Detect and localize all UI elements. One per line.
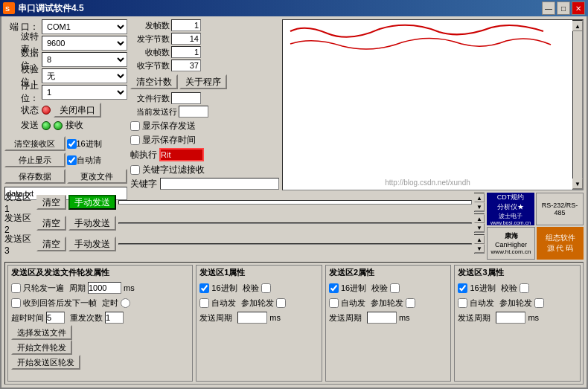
close-port-button[interactable]: 关闭串口 [54,103,101,118]
ad-canhi[interactable]: 康海 CanHigher www.ht.com.cn [487,227,535,260]
send-bytes-input[interactable]: 14 [171,33,201,45]
z2-period-label: 发送周期 [329,312,362,324]
zone-props-title: 发送区及发送文件轮发属性 [11,267,189,278]
stop-display-button[interactable]: 停止显示 [4,152,65,167]
zone2-scrollbar[interactable]: ▲ ▼ [474,213,485,233]
zone3-scrollbar[interactable]: ▲ ▼ [474,234,485,254]
z3-check-checkbox[interactable] [520,283,529,293]
zone1-scroll-up[interactable]: ▲ [474,193,485,202]
z3-join-checkbox[interactable] [534,298,544,308]
send-frames-input[interactable]: 1 [171,19,201,31]
ad-rs[interactable]: RS-232/RS-485 [536,193,584,225]
z1-period-input[interactable] [237,312,267,324]
recv-led [54,121,63,130]
return-send-checkbox[interactable] [11,298,21,308]
clear-recv-button[interactable]: 清空接收区 [4,136,65,151]
z3-auto-label: 自动发 [470,298,494,309]
scroll-up-arrow[interactable]: ▲ [572,21,583,31]
z2-hex-checkbox[interactable] [329,283,339,293]
zone1-scrollbar[interactable]: ▲ ▼ [474,193,485,212]
z1-period-row: 发送周期 ms [199,311,319,324]
timed-radio[interactable] [121,298,130,308]
zone1-input-area[interactable] [119,201,471,204]
ad-source[interactable]: 组态软件 源 代 码 [537,227,584,260]
ad-cdt[interactable]: CDT规约 分析仪★ 波士电子 www.bosi.com.cn [487,193,534,225]
filter-recv-checkbox[interactable] [130,165,140,175]
send-bytes-label: 发字节数 [130,33,171,45]
current-row-input[interactable] [179,106,208,118]
z2-join-checkbox[interactable] [406,298,415,308]
svg-text:S: S [5,5,10,13]
z2-ms-label: ms [399,313,410,322]
zone2-scroll-up[interactable]: ▲ [474,214,485,223]
z2-auto-label: 自动发 [341,298,365,309]
check-select[interactable]: 无 [42,68,127,83]
close-button[interactable]: ✕ [572,1,585,15]
stop-select[interactable]: 1 [42,85,127,100]
data-select[interactable]: 8 [42,52,127,67]
retry-input[interactable]: 1 [105,312,124,324]
recv-frames-input[interactable]: 1 [171,46,201,58]
show-save-time-checkbox[interactable] [130,135,140,145]
ad-source-line2: 源 代 码 [547,243,574,254]
recv-scrollbar[interactable]: ▲ ▼ [572,20,583,190]
zone2-send-button[interactable]: 手动发送 [68,216,116,231]
select-file-button[interactable]: 选择发送文件 [11,325,72,340]
baud-select[interactable]: 9600 [42,36,127,51]
minimize-button[interactable]: — [542,1,555,15]
recv-bytes-input[interactable]: 37 [171,60,201,71]
file-rows-input[interactable] [171,92,201,104]
maximize-button[interactable]: □ [557,1,570,15]
z1-hex-checkbox[interactable] [199,283,209,293]
z1-auto-checkbox[interactable] [199,298,209,308]
frame-exec-input[interactable]: Rit [159,148,204,161]
scroll-down-arrow[interactable]: ▼ [572,179,583,189]
clear-count-button[interactable]: 清空计数 [130,74,178,89]
zone3-scroll-up[interactable]: ▲ [474,235,485,244]
auto-clean-row[interactable]: 自动清 [67,152,128,167]
show-save-send-checkbox[interactable] [130,121,140,131]
zone1-clear-button[interactable]: 清空 [36,195,66,210]
z3-check-label: 校验 [501,283,517,294]
z1-join-checkbox[interactable] [276,298,286,308]
app-title: 串口调试软件4.5 [18,2,542,15]
ad-cdt-line4: www.bosi.com.cn [490,220,531,225]
z2-auto-row: 自动发 参加轮发 [329,296,448,309]
zone2-props-title: 发送区2属性 [329,267,448,278]
start-zone-button[interactable]: 开始发送区轮发 [11,355,80,370]
z3-hex-checkbox[interactable] [458,283,467,293]
zone1-scroll-down[interactable]: ▼ [474,202,485,211]
zone3-send-button[interactable]: 手动发送 [68,237,116,251]
hex-checkbox-row[interactable]: 16进制 [67,136,128,151]
start-file-button[interactable]: 开始文件轮发 [11,340,72,355]
port-select[interactable]: COM1 [42,19,127,34]
z3-auto-checkbox[interactable] [458,298,467,308]
zone2-scroll-down[interactable]: ▼ [474,223,485,232]
z3-period-input[interactable] [496,312,525,324]
keyword-input[interactable] [160,178,279,190]
z3-auto-row: 自动发 参加轮发 [458,296,577,309]
zone2-props-panel: 发送区2属性 16进制 校验 自动发 参加轮发 发送周期 ms [325,265,452,382]
recv-area[interactable]: http://blog.csdn.net/xundh [283,20,572,190]
zone3-scroll-down[interactable]: ▼ [474,244,485,253]
auto-clean-label: 自动清 [77,155,101,166]
z2-period-input[interactable] [367,312,397,324]
z2-check-checkbox[interactable] [390,283,400,293]
zone1-send-button[interactable]: 手动发送 [68,195,116,210]
zone3-clear-button[interactable]: 清空 [36,237,66,251]
once-checkbox[interactable] [11,283,21,293]
change-file-button[interactable]: 更改文件 [67,169,128,184]
hex-checkbox[interactable] [67,139,77,149]
auto-clean-checkbox[interactable] [67,155,77,165]
save-data-button[interactable]: 保存数据 [4,169,65,184]
zone2-clear-button[interactable]: 清空 [36,216,66,231]
recv-bytes-label: 收字节数 [130,60,171,71]
send-zone1-row: 发送区1 清空 手动发送 ▲ ▼ [4,193,485,212]
current-row-row: 当前发送行 [130,106,279,118]
period-input[interactable]: 1000 [88,282,121,294]
timeout-input[interactable]: 5 [46,312,65,324]
about-button[interactable]: 关于程序 [179,74,227,89]
z1-period-label: 发送周期 [199,312,232,324]
z1-check-checkbox[interactable] [261,283,271,293]
z2-auto-checkbox[interactable] [329,298,339,308]
